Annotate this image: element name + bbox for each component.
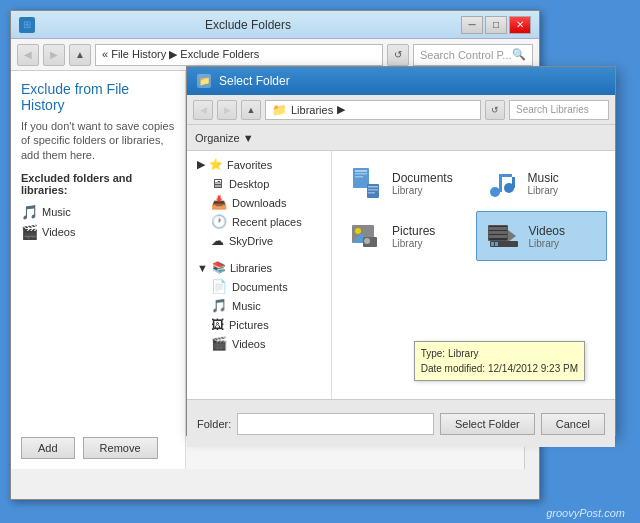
main-window-icon: ⊞ xyxy=(19,17,35,33)
organize-label: Organize xyxy=(195,132,240,144)
dialog-refresh-button[interactable]: ↺ xyxy=(485,100,505,120)
documents-file-type: Library xyxy=(392,185,453,196)
pictures-file-name: Pictures xyxy=(392,224,435,238)
dialog-search[interactable]: Search Libraries xyxy=(509,100,609,120)
nav-lib-music[interactable]: 🎵 Music xyxy=(195,296,323,315)
watermark: groovyPost.com xyxy=(546,507,625,519)
desktop-icon: 🖥 xyxy=(211,176,224,191)
favorites-arrow-icon: ▶ xyxy=(197,158,205,171)
cancel-button[interactable]: Cancel xyxy=(541,413,605,435)
up-button[interactable]: ▲ xyxy=(69,44,91,66)
file-item-music[interactable]: Music Library xyxy=(476,159,608,207)
videos-file-type: Library xyxy=(529,238,565,249)
forward-button[interactable]: ▶ xyxy=(43,44,65,66)
pictures-file-type: Library xyxy=(392,238,435,249)
dialog-up-button[interactable]: ▲ xyxy=(241,100,261,120)
music-file-info: Music Library xyxy=(528,171,559,196)
search-placeholder: Search Control P... xyxy=(420,49,512,61)
nav-recent-places-label: Recent places xyxy=(232,216,302,228)
lib-pictures-icon: 🖼 xyxy=(211,317,224,332)
svg-rect-26 xyxy=(495,242,498,246)
dialog-icon: 📁 xyxy=(197,74,211,88)
svg-rect-21 xyxy=(489,231,507,234)
dialog-path-text: Libraries xyxy=(291,104,333,116)
nav-downloads[interactable]: 📥 Downloads xyxy=(195,193,323,212)
tooltip-type: Type: Library xyxy=(421,346,578,361)
libraries-header[interactable]: ▼ 📚 Libraries xyxy=(195,258,323,277)
organize-button[interactable]: Organize ▼ xyxy=(195,132,254,144)
excluded-videos-label: Videos xyxy=(42,226,75,238)
svg-marker-23 xyxy=(508,230,516,242)
back-button[interactable]: ◀ xyxy=(17,44,39,66)
dialog-title: Select Folder xyxy=(219,74,290,88)
file-item-pictures[interactable]: Pictures Library xyxy=(340,211,472,261)
nav-desktop-label: Desktop xyxy=(229,178,269,190)
nav-lib-videos[interactable]: 🎬 Videos xyxy=(195,334,323,353)
music-file-name: Music xyxy=(528,171,559,185)
excluded-music: 🎵 Music xyxy=(21,202,175,222)
dialog-path-icon: 📁 xyxy=(272,103,287,117)
libraries-section: ▼ 📚 Libraries 📄 Documents 🎵 Music 🖼 xyxy=(187,254,331,357)
dialog-bottom-bar: Folder: Select Folder Cancel xyxy=(187,399,615,447)
search-box[interactable]: Search Control P... 🔍 xyxy=(413,44,533,66)
close-button[interactable]: ✕ xyxy=(509,16,531,34)
svg-point-17 xyxy=(364,238,370,244)
folder-input[interactable] xyxy=(237,413,434,435)
videos-file-icon xyxy=(485,218,521,254)
dialog-search-placeholder: Search Libraries xyxy=(516,104,602,115)
file-item-videos[interactable]: Videos Library xyxy=(476,211,608,261)
dialog-nav-pane: ▶ ⭐ Favorites 🖥 Desktop 📥 Downloads 🕐 xyxy=(187,151,332,399)
search-icon: 🔍 xyxy=(512,48,526,61)
svg-rect-22 xyxy=(489,235,507,238)
select-folder-button[interactable]: Select Folder xyxy=(440,413,535,435)
svg-rect-25 xyxy=(491,242,494,246)
dialog-path-arrow: ▶ xyxy=(337,103,345,116)
dialog-forward-button[interactable]: ▶ xyxy=(217,100,237,120)
dialog-back-button[interactable]: ◀ xyxy=(193,100,213,120)
maximize-button[interactable]: □ xyxy=(485,16,507,34)
add-button[interactable]: Add xyxy=(21,437,75,459)
nav-recent-places[interactable]: 🕐 Recent places xyxy=(195,212,323,231)
excluded-videos: 🎬 Videos xyxy=(21,222,175,242)
svg-rect-11 xyxy=(499,174,512,177)
pictures-file-icon xyxy=(348,218,384,254)
svg-point-8 xyxy=(490,187,500,197)
nav-lib-videos-label: Videos xyxy=(232,338,265,350)
pictures-file-info: Pictures Library xyxy=(392,224,435,249)
nav-desktop[interactable]: 🖥 Desktop xyxy=(195,174,323,193)
music-library-icon: 🎵 xyxy=(21,204,37,220)
skydrive-icon: ☁ xyxy=(211,233,224,248)
folder-label: Folder: xyxy=(197,418,231,430)
nav-lib-documents[interactable]: 📄 Documents xyxy=(195,277,323,296)
nav-lib-pictures[interactable]: 🖼 Pictures xyxy=(195,315,323,334)
page-heading: Exclude from File History xyxy=(21,81,175,113)
dialog-address-path[interactable]: 📁 Libraries ▶ xyxy=(265,100,481,120)
nav-lib-pictures-label: Pictures xyxy=(229,319,269,331)
refresh-button[interactable]: ↺ xyxy=(387,44,409,66)
nav-lib-music-label: Music xyxy=(232,300,261,312)
excluded-label: Excluded folders and libraries: xyxy=(21,172,175,196)
minimize-button[interactable]: ─ xyxy=(461,16,483,34)
dialog-address-bar: ◀ ▶ ▲ 📁 Libraries ▶ ↺ Search Libraries xyxy=(187,95,615,125)
nav-skydrive[interactable]: ☁ SkyDrive xyxy=(195,231,323,250)
left-panel: Exclude from File History If you don't w… xyxy=(11,71,186,469)
file-item-documents[interactable]: Documents Library xyxy=(340,159,472,207)
file-tooltip: Type: Library Date modified: 12/14/2012 … xyxy=(414,341,585,381)
main-window: ⊞ Exclude Folders ─ □ ✕ ◀ ▶ ▲ « File His… xyxy=(10,10,540,500)
svg-rect-5 xyxy=(368,186,378,188)
lib-music-icon: 🎵 xyxy=(211,298,227,313)
svg-rect-2 xyxy=(355,173,367,175)
main-title-bar: ⊞ Exclude Folders ─ □ ✕ xyxy=(11,11,539,39)
svg-rect-1 xyxy=(355,170,367,172)
documents-file-name: Documents xyxy=(392,171,453,185)
favorites-star-icon: ⭐ xyxy=(209,158,223,171)
remove-button[interactable]: Remove xyxy=(83,437,158,459)
dialog-title-bar: 📁 Select Folder xyxy=(187,67,615,95)
address-path[interactable]: « File History ▶ Exclude Folders xyxy=(95,44,383,66)
favorites-label: Favorites xyxy=(227,159,272,171)
favorites-header[interactable]: ▶ ⭐ Favorites xyxy=(195,155,323,174)
panel-buttons: Add Remove xyxy=(21,437,158,459)
videos-file-name: Videos xyxy=(529,224,565,238)
videos-library-icon: 🎬 xyxy=(21,224,37,240)
nav-skydrive-label: SkyDrive xyxy=(229,235,273,247)
